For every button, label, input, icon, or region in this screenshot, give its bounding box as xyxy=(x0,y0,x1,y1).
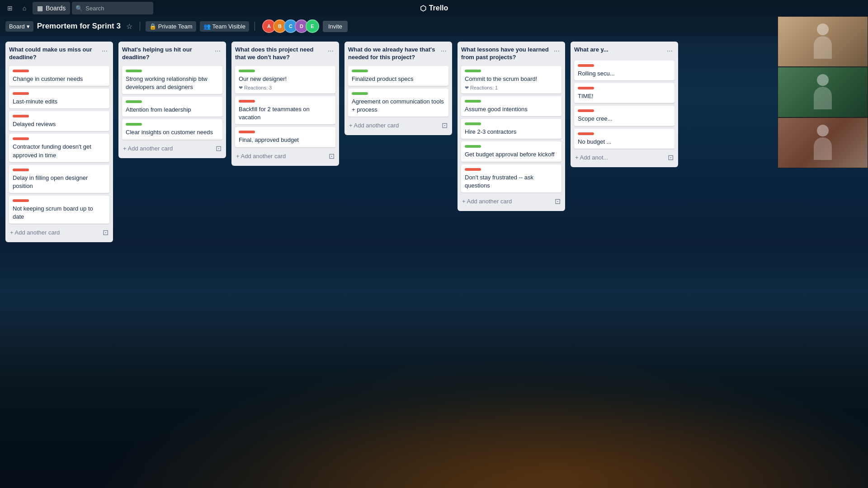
invite-button[interactable]: Invite xyxy=(323,21,348,32)
nav-separator xyxy=(140,22,140,31)
card-title-1-6: Not keeping scrum board up to date xyxy=(13,205,106,221)
list-header-2: What's helping us hit our deadline?··· xyxy=(122,45,222,63)
card-reaction-3-1: ❤ Reactions: 3 xyxy=(239,85,332,91)
card-5-1[interactable]: Commit to the scrum board!❤ Reactions: 1 xyxy=(461,66,561,94)
card-title-6-3: Scope cree... xyxy=(578,115,671,123)
card-2-3[interactable]: Clear insights on customer needs xyxy=(122,119,222,139)
board-menu-button[interactable]: Board ▾ xyxy=(5,21,33,32)
top-navigation-bar: ⊞ ⌂ ▦ Boards 🔍 Search ⬡ Trello xyxy=(0,0,868,16)
card-label-5-4 xyxy=(465,145,481,148)
card-5-5[interactable]: Don't stay frustrated -- ask questions xyxy=(461,164,561,192)
add-card-button-3[interactable]: + Add another card⊡ xyxy=(235,150,335,162)
list-column-4: What do we already have that's needed fo… xyxy=(344,42,452,135)
card-title-6-4: No budget ... xyxy=(578,138,671,146)
card-label-3-3 xyxy=(239,131,255,133)
privacy-badge[interactable]: 🔒 Private Team xyxy=(146,21,196,32)
list-menu-button-6[interactable]: ··· xyxy=(665,46,675,56)
card-1-4[interactable]: Contractor funding doesn't get approved … xyxy=(9,134,109,162)
list-column-2: What's helping us hit our deadline?···St… xyxy=(118,42,226,158)
add-card-button-4[interactable]: + Add another card⊡ xyxy=(348,119,448,131)
card-4-2[interactable]: Agreement on communication tools + proce… xyxy=(348,89,448,117)
avatar-5[interactable]: E xyxy=(306,19,319,33)
card-5-2[interactable]: Assume good intentions xyxy=(461,96,561,116)
search-placeholder: Search xyxy=(85,5,104,12)
card-2-2[interactable]: Attention from leadership xyxy=(122,97,222,117)
card-5-3[interactable]: Hire 2-3 contractors xyxy=(461,119,561,139)
nav-separator-2 xyxy=(255,22,255,31)
list-menu-button-3[interactable]: ··· xyxy=(326,46,335,56)
list-menu-button-2[interactable]: ··· xyxy=(213,46,222,56)
add-card-label-5: + Add another card xyxy=(462,198,512,205)
add-card-button-2[interactable]: + Add another card⊡ xyxy=(122,142,222,155)
card-3-3[interactable]: Final, approved budget xyxy=(235,127,335,147)
card-1-2[interactable]: Last-minute edits xyxy=(9,89,109,108)
card-label-6-1 xyxy=(578,64,594,67)
card-title-2-3: Clear insights on customer needs xyxy=(126,128,219,136)
search-bar[interactable]: 🔍 Search xyxy=(72,2,153,14)
list-header-4: What do we already have that's needed fo… xyxy=(348,45,448,63)
add-card-template-icon-6[interactable]: ⊡ xyxy=(668,153,674,162)
add-card-label-4: + Add another card xyxy=(349,122,399,129)
card-3-2[interactable]: Backfill for 2 teammates on vacation xyxy=(235,96,335,124)
card-reaction-5-1: ❤ Reactions: 1 xyxy=(465,85,558,91)
card-label-1-5 xyxy=(13,169,29,171)
card-5-4[interactable]: Get budget approval before kickoff xyxy=(461,141,561,161)
boards-button[interactable]: ▦ Boards xyxy=(33,2,70,14)
card-label-2-3 xyxy=(126,123,142,126)
list-header-1: What could make us miss our deadline?··· xyxy=(9,45,109,63)
list-menu-button-1[interactable]: ··· xyxy=(100,46,109,56)
card-2-1[interactable]: Strong working relationship btw develope… xyxy=(122,66,222,94)
card-3-1[interactable]: Our new designer!❤ Reactions: 3 xyxy=(235,66,335,94)
add-card-template-icon-2[interactable]: ⊡ xyxy=(216,144,222,153)
card-label-3-1 xyxy=(239,70,255,72)
card-1-1[interactable]: Change in customer needs xyxy=(9,66,109,86)
card-label-1-1 xyxy=(13,70,29,72)
list-title-2: What's helping us hit our deadline? xyxy=(122,46,213,61)
board-nav-bar: Board ▾ Premortem for Sprint 3 ☆ 🔒 Priva… xyxy=(0,16,868,36)
card-title-6-2: TIME! xyxy=(578,92,671,100)
add-card-button-1[interactable]: + Add another card⊡ xyxy=(9,226,109,239)
add-card-button-5[interactable]: + Add another card⊡ xyxy=(461,195,561,207)
add-card-template-icon-4[interactable]: ⊡ xyxy=(442,121,448,130)
card-title-5-1: Commit to the scrum board! xyxy=(465,75,558,83)
add-card-label-2: + Add another card xyxy=(123,145,173,152)
add-card-label-3: + Add another card xyxy=(236,153,286,160)
card-1-6[interactable]: Not keeping scrum board up to date xyxy=(9,196,109,224)
list-menu-button-5[interactable]: ··· xyxy=(552,46,561,56)
card-label-5-1 xyxy=(465,70,481,72)
video-tile-2 xyxy=(778,67,868,117)
video-panel xyxy=(778,16,868,168)
card-title-1-4: Contractor funding doesn't get approved … xyxy=(13,143,106,159)
list-title-5: What lessons have you learned from past … xyxy=(461,46,552,61)
card-title-1-3: Delayed reviews xyxy=(13,120,106,128)
card-4-1[interactable]: Finalized product specs xyxy=(348,66,448,86)
card-title-1-1: Change in customer needs xyxy=(13,75,106,83)
card-label-4-1 xyxy=(352,70,368,72)
list-menu-button-4[interactable]: ··· xyxy=(439,46,448,56)
add-card-template-icon-3[interactable]: ⊡ xyxy=(329,152,335,160)
add-card-template-icon-5[interactable]: ⊡ xyxy=(555,197,561,206)
card-title-5-5: Don't stay frustrated -- ask questions xyxy=(465,174,558,190)
card-title-3-2: Backfill for 2 teammates on vacation xyxy=(239,105,332,122)
card-label-1-3 xyxy=(13,115,29,117)
card-6-2[interactable]: TIME! xyxy=(574,83,675,103)
card-6-1[interactable]: Rolling secu... xyxy=(574,61,675,80)
card-6-4[interactable]: No budget ... xyxy=(574,129,675,149)
card-label-2-1 xyxy=(126,70,142,72)
card-label-4-2 xyxy=(352,92,368,95)
star-button[interactable]: ☆ xyxy=(124,21,134,32)
board-menu-chevron: ▾ xyxy=(27,23,30,30)
apps-icon[interactable]: ⊞ xyxy=(4,2,16,14)
add-card-template-icon-1[interactable]: ⊡ xyxy=(103,228,108,237)
home-icon[interactable]: ⌂ xyxy=(18,2,31,14)
list-column-5: What lessons have you learned from past … xyxy=(458,42,565,211)
card-label-6-3 xyxy=(578,109,594,112)
trello-logo: ⬡ Trello xyxy=(420,4,448,13)
privacy-label: Private Team xyxy=(158,23,193,30)
card-1-5[interactable]: Delay in filling open designer position xyxy=(9,165,109,193)
add-card-button-6[interactable]: + Add anot...⊡ xyxy=(574,151,675,164)
team-badge[interactable]: 👥 Team Visible xyxy=(200,21,249,32)
card-6-3[interactable]: Scope cree... xyxy=(574,106,675,126)
card-1-3[interactable]: Delayed reviews xyxy=(9,111,109,131)
card-title-2-2: Attention from leadership xyxy=(126,106,219,114)
